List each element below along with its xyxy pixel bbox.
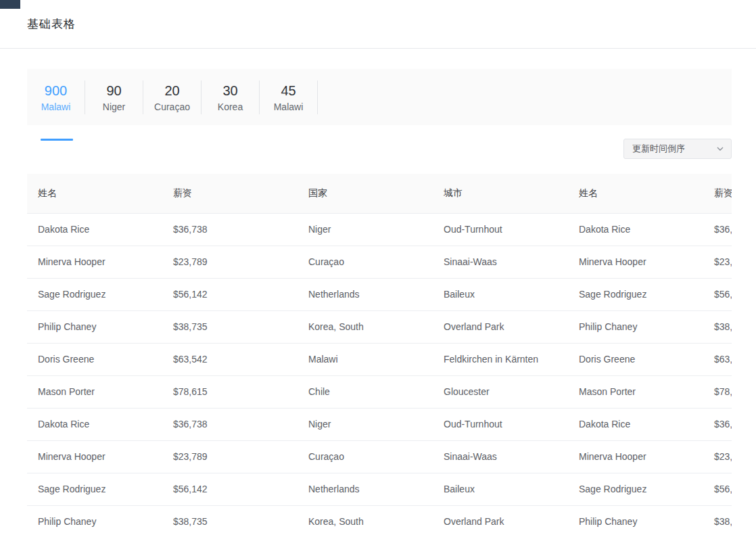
stat-tab-label: Niger bbox=[103, 101, 125, 112]
sort-dropdown-label: 更新时间倒序 bbox=[632, 143, 685, 155]
chevron-down-icon bbox=[716, 145, 724, 153]
table-cell: Minerva Hooper bbox=[27, 440, 162, 473]
table-cell: $36,738 bbox=[703, 408, 732, 440]
table-cell: Minerva Hooper bbox=[27, 246, 162, 278]
stat-tab-curaçao-2[interactable]: 20Curaçao bbox=[143, 80, 202, 114]
table-cell: Mason Porter bbox=[568, 375, 703, 408]
column-header: 薪资 bbox=[162, 174, 298, 213]
table-cell: Philip Chaney bbox=[568, 310, 703, 343]
table-container[interactable]: 姓名薪资国家城市姓名薪资 Dakota Rice$36,738NigerOud-… bbox=[27, 174, 732, 535]
stat-tab-malawi-4[interactable]: 45Malawi bbox=[260, 80, 318, 114]
table-cell: Gloucester bbox=[433, 375, 568, 408]
window-corner bbox=[0, 0, 20, 9]
active-tab-indicator bbox=[41, 139, 73, 141]
table-cell: Sage Rodriguez bbox=[27, 473, 162, 505]
table-cell: Philip Chaney bbox=[27, 505, 162, 535]
table-cell: $36,738 bbox=[162, 408, 298, 440]
stat-tab-korea-3[interactable]: 30Korea bbox=[202, 80, 260, 114]
table-cell: $56,142 bbox=[162, 473, 298, 505]
content: 900Malawi90Niger20Curaçao30Korea45Malawi… bbox=[0, 49, 756, 535]
table-cell: $23,789 bbox=[703, 246, 732, 278]
table-cell: $63,542 bbox=[162, 343, 298, 375]
table-cell: Malawi bbox=[298, 343, 433, 375]
table-cell: Korea, South bbox=[298, 310, 433, 343]
table-cell: Doris Greene bbox=[568, 343, 703, 375]
table-row: Sage Rodriguez$56,142NetherlandsBaileuxS… bbox=[27, 473, 732, 505]
table-cell: $38,735 bbox=[162, 310, 298, 343]
stat-tab-label: Korea bbox=[218, 101, 243, 112]
table-cell: $56,142 bbox=[162, 278, 298, 310]
column-header: 国家 bbox=[298, 174, 433, 213]
column-header: 城市 bbox=[433, 174, 568, 213]
table-cell: Dakota Rice bbox=[27, 408, 162, 440]
table-cell: Sinaai-Waas bbox=[433, 246, 568, 278]
table-cell: $78,615 bbox=[703, 375, 732, 408]
table-row: Dakota Rice$36,738NigerOud-TurnhoutDakot… bbox=[27, 408, 732, 440]
sort-dropdown[interactable]: 更新时间倒序 bbox=[623, 139, 732, 159]
table-cell: $38,735 bbox=[703, 505, 732, 535]
table-cell: Netherlands bbox=[298, 278, 433, 310]
table-cell: $36,738 bbox=[162, 213, 298, 246]
page-header: 基础表格 bbox=[0, 0, 756, 49]
column-header: 姓名 bbox=[568, 174, 703, 213]
table-cell: $36,738 bbox=[703, 213, 732, 246]
table-cell: Niger bbox=[298, 408, 433, 440]
stat-tab-value: 30 bbox=[222, 83, 237, 99]
table-cell: Korea, South bbox=[298, 505, 433, 535]
table-cell: Oud-Turnhout bbox=[433, 408, 568, 440]
table-cell: Netherlands bbox=[298, 473, 433, 505]
table-cell: Niger bbox=[298, 213, 433, 246]
table-cell: Overland Park bbox=[433, 505, 568, 535]
table-cell: $56,142 bbox=[703, 473, 732, 505]
column-header: 薪资 bbox=[703, 174, 732, 213]
table-cell: Dakota Rice bbox=[568, 408, 703, 440]
table-cell: $38,735 bbox=[703, 310, 732, 343]
stat-tab-value: 900 bbox=[45, 83, 67, 99]
stats-tabs-panel: 900Malawi90Niger20Curaçao30Korea45Malawi bbox=[27, 69, 732, 125]
stat-tab-label: Malawi bbox=[274, 101, 304, 112]
table-cell: Baileux bbox=[433, 473, 568, 505]
table-row: Philip Chaney$38,735Korea, SouthOverland… bbox=[27, 505, 732, 535]
table-cell: Dakota Rice bbox=[27, 213, 162, 246]
table-cell: Doris Greene bbox=[27, 343, 162, 375]
table-row: Doris Greene$63,542MalawiFeldkirchen in … bbox=[27, 343, 732, 375]
table-cell: Baileux bbox=[433, 278, 568, 310]
table-cell: Dakota Rice bbox=[568, 213, 703, 246]
table-cell: Sage Rodriguez bbox=[27, 278, 162, 310]
table-row: Mason Porter$78,615ChileGloucesterMason … bbox=[27, 375, 732, 408]
stat-tab-value: 90 bbox=[106, 83, 121, 99]
stat-tab-value: 20 bbox=[164, 83, 179, 99]
page-title: 基础表格 bbox=[27, 16, 76, 32]
table-row: Dakota Rice$36,738NigerOud-TurnhoutDakot… bbox=[27, 213, 732, 246]
table-row: Minerva Hooper$23,789CuraçaoSinaai-WaasM… bbox=[27, 440, 732, 473]
stat-tab-malawi-0[interactable]: 900Malawi bbox=[27, 80, 85, 114]
table-cell: Overland Park bbox=[433, 310, 568, 343]
table-cell: Chile bbox=[298, 375, 433, 408]
table-cell: Philip Chaney bbox=[27, 310, 162, 343]
table-cell: Sage Rodriguez bbox=[568, 473, 703, 505]
stat-tab-label: Curaçao bbox=[154, 101, 190, 112]
stat-tab-value: 45 bbox=[281, 83, 296, 99]
table-cell: Curaçao bbox=[298, 246, 433, 278]
table-row: Sage Rodriguez$56,142NetherlandsBaileuxS… bbox=[27, 278, 732, 310]
toolbar: 更新时间倒序 bbox=[27, 139, 732, 159]
stat-tab-label: Malawi bbox=[41, 101, 71, 112]
table-cell: Sinaai-Waas bbox=[433, 440, 568, 473]
table-header-row: 姓名薪资国家城市姓名薪资 bbox=[27, 174, 732, 213]
table-cell: $56,142 bbox=[703, 278, 732, 310]
stat-tab-niger-1[interactable]: 90Niger bbox=[85, 80, 143, 114]
table-cell: Minerva Hooper bbox=[568, 246, 703, 278]
table-row: Philip Chaney$38,735Korea, SouthOverland… bbox=[27, 310, 732, 343]
table-cell: $23,789 bbox=[162, 246, 298, 278]
table-cell: Oud-Turnhout bbox=[433, 213, 568, 246]
data-table: 姓名薪资国家城市姓名薪资 Dakota Rice$36,738NigerOud-… bbox=[27, 174, 732, 535]
table-cell: $23,789 bbox=[162, 440, 298, 473]
table-cell: Mason Porter bbox=[27, 375, 162, 408]
table-cell: $78,615 bbox=[162, 375, 298, 408]
table-cell: $23,789 bbox=[703, 440, 732, 473]
table-row: Minerva Hooper$23,789CuraçaoSinaai-WaasM… bbox=[27, 246, 732, 278]
table-cell: $63,542 bbox=[703, 343, 732, 375]
table-cell: Curaçao bbox=[298, 440, 433, 473]
table-cell: Feldkirchen in Kärnten bbox=[433, 343, 568, 375]
column-header: 姓名 bbox=[27, 174, 162, 213]
